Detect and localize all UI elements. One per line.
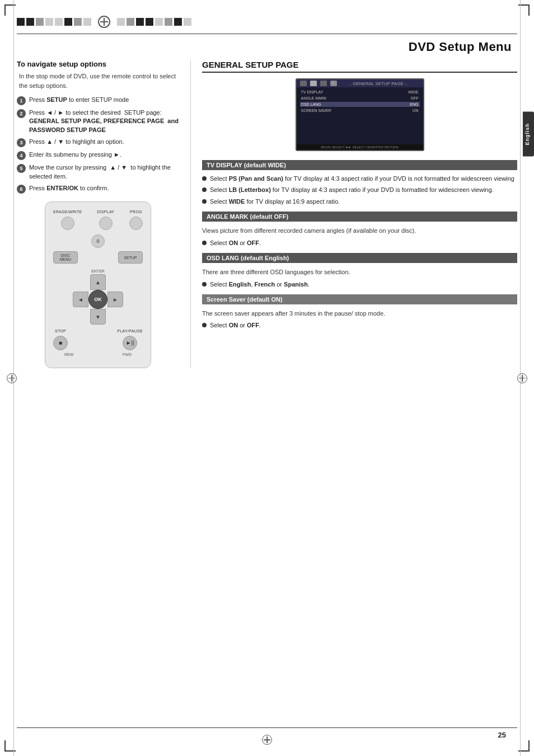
bullet-dot-2 [202, 187, 207, 192]
sq6 [64, 18, 72, 26]
zero-btn[interactable]: 0 [91, 234, 105, 248]
dpad-right-btn[interactable]: ► [107, 292, 123, 307]
osd-lang-text-1: Select English, French or Spanish. [210, 280, 517, 289]
left-section-title: To navigate setup options [17, 60, 179, 68]
sq15 [174, 18, 182, 26]
rew-label: REW [64, 353, 73, 356]
dpad-up-btn[interactable]: ▲ [90, 274, 106, 290]
prog-group: PROG [129, 210, 143, 230]
bottom-crosshair-icon [262, 735, 272, 745]
osd-lang-desc: There are three different OSD languages … [202, 267, 517, 277]
angle-mark-item-1: Select ON or OFF. [202, 239, 517, 247]
sq1 [17, 18, 25, 26]
display-group: DISPLAY [97, 210, 114, 230]
enter-label: ENTER [53, 269, 143, 273]
right-column: GENERAL SETUP PAGE ✕ .. GENERAL SETUP PA… [202, 60, 517, 368]
bullet-dot-3 [202, 199, 207, 204]
right-crosshair-icon [517, 373, 527, 383]
screen-icon-3 [320, 81, 327, 86]
sq7 [74, 18, 82, 26]
step-num-6: 6 [17, 185, 26, 194]
sq4 [45, 18, 53, 26]
intro-text: In the stop mode of DVD, use the remote … [17, 72, 179, 90]
screen-icon-2 [310, 81, 317, 86]
step-list: 1 Press SETUP to enter SETUP mode 2 Pres… [17, 96, 179, 194]
setup-screen-title: .. GENERAL SETUP PAGE .. [349, 81, 407, 86]
osd-lang-list: Select English, French or Spanish. [202, 280, 517, 289]
screen-saver-list: Select ON or OFF. [202, 321, 517, 330]
tv-display-header: TV DISPLAY (default WIDE) [202, 160, 517, 170]
header-squares-right [117, 18, 191, 26]
sq10 [127, 18, 134, 26]
step-text-4: Enter its submenu by pressing ►. [29, 151, 179, 159]
step-item-5: 5 Move the cursor by pressing ▲ / ▼ to h… [17, 163, 179, 181]
screen-row-screen-saver: SCREEN SAVER ON [300, 108, 420, 113]
remote-top-row: ERASE/WRITE DISPLAY PROG [53, 210, 143, 230]
dpad-left-btn[interactable]: ◄ [73, 292, 88, 307]
page-title: DVD Setup Menu [409, 40, 512, 54]
left-crosshair-icon [7, 373, 17, 383]
sq14 [165, 18, 172, 26]
step-item-1: 1 Press SETUP to enter SETUP mode [17, 96, 179, 105]
screen-saver-desc: The screen saver appears after 3 minutes… [202, 309, 517, 318]
screen-saver-text-1: Select ON or OFF. [210, 321, 517, 330]
bullet-dot-6 [202, 323, 207, 327]
ok-label: OK [94, 297, 102, 302]
screen-row-osd-lang: OSD LANG ENG [300, 102, 420, 107]
setup-btn[interactable]: SETUP [118, 251, 143, 264]
tv-display-text-2: Select LB (Letterbox) for TV display at … [210, 186, 517, 194]
erase-write-btn[interactable] [61, 217, 74, 230]
step-item-4: 4 Enter its submenu by pressing ►. [17, 151, 179, 160]
step-item-3: 3 Press ▲ / ▼ to highlight an option. [17, 138, 179, 147]
bullet-dot-4 [202, 241, 207, 245]
step-text-5: Move the cursor by pressing ▲ / ▼ to hig… [29, 163, 179, 181]
sq11 [136, 18, 144, 26]
display-btn[interactable] [99, 217, 113, 230]
page-title-area: DVD Setup Menu [0, 34, 534, 54]
tv-display-text-3: Select WIDE for TV display at 16:9 aspec… [210, 198, 517, 206]
left-column: To navigate setup options In the stop mo… [17, 60, 179, 368]
display-label: DISPLAY [97, 210, 114, 214]
screen-saver-item-1: Select ON or OFF. [202, 321, 517, 330]
step-text-6: Press ENTER/OK to confirm. [29, 184, 179, 192]
general-setup-title: GENERAL SETUP PAGE [202, 60, 517, 73]
step-text-1: Press SETUP to enter SETUP mode [29, 96, 179, 104]
setup-screen-icons: ✕ [300, 81, 337, 86]
disc-setup-row: DISCMENU SETUP [53, 251, 143, 264]
setup-screen-body: TV DISPLAY WIDE ANGLE MARK OFF OSD LANG … [297, 87, 423, 144]
fwd-label: FWD [123, 353, 132, 356]
play-pause-btn[interactable]: ►|| [123, 336, 137, 350]
corner-decoration-tl [4, 4, 16, 16]
prog-btn[interactable] [129, 217, 143, 230]
step-text-2: Press ◄ / ► to select the desired SETUP … [29, 109, 179, 134]
header-crosshair-icon [98, 16, 110, 28]
tv-display-item-2: Select LB (Letterbox) for TV display at … [202, 186, 517, 194]
remote-bottom-row: STOP ■ PLAY/PAUSE ►|| [53, 329, 143, 350]
screen-icon-x: ✕ [330, 81, 337, 86]
disc-menu-btn[interactable]: DISCMENU [53, 251, 78, 264]
tv-display-text-1: Select PS (Pan and Scan) for TV display … [210, 175, 517, 183]
bottom-border-line [17, 727, 517, 728]
dpad-ok-btn[interactable]: OK [88, 290, 107, 309]
english-tab: English [523, 112, 534, 157]
stop-label: STOP [55, 329, 66, 334]
sq2 [26, 18, 34, 26]
setup-group: SETUP [118, 251, 143, 264]
sq16 [184, 18, 191, 26]
stop-btn[interactable]: ■ [53, 336, 68, 350]
setup-screen-footer: MOVE SELECT◄► SELECT OK/ENTER RETURN [297, 144, 423, 150]
prog-label: PROG [130, 210, 142, 214]
setup-screen-preview: ✕ .. GENERAL SETUP PAGE .. TV DISPLAY WI… [296, 78, 424, 151]
step-text-3: Press ▲ / ▼ to highlight an option. [29, 138, 179, 146]
column-divider [190, 60, 191, 368]
step-item-2: 2 Press ◄ / ► to select the desired SETU… [17, 109, 179, 134]
dpad-down-btn[interactable]: ▼ [90, 309, 106, 325]
step-num-1: 1 [17, 96, 26, 105]
play-pause-label: PLAY/PAUSE [117, 329, 143, 334]
osd-lang-item-1: Select English, French or Spanish. [202, 280, 517, 289]
sq5 [55, 18, 63, 26]
bullet-dot-5 [202, 282, 207, 287]
step-num-3: 3 [17, 138, 26, 147]
step-num-5: 5 [17, 164, 26, 173]
dpad: ▲ ▼ ◄ ► OK [73, 274, 123, 325]
